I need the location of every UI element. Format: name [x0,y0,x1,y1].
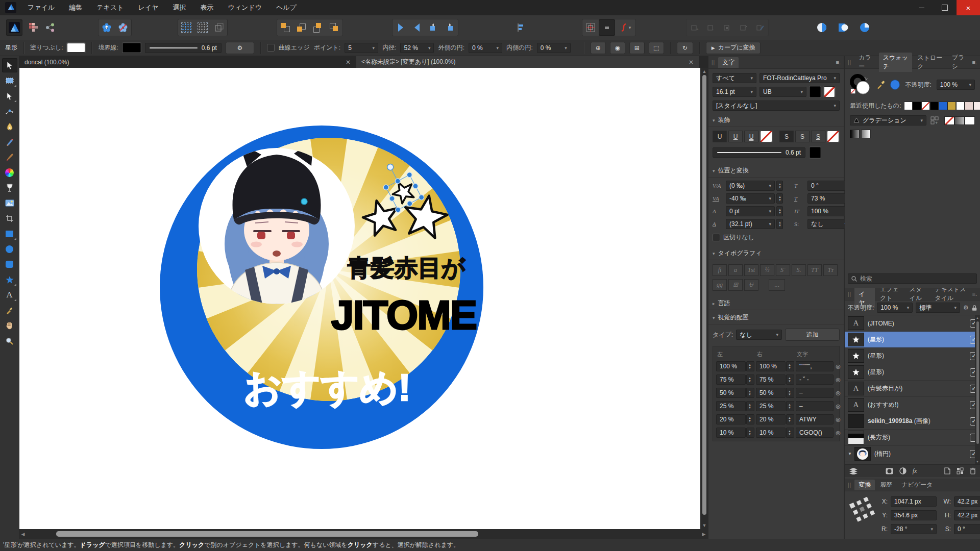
chars-field[interactable]: ATWY [796,414,834,424]
tool-artboard[interactable] [2,73,17,88]
right-percent-field[interactable]: 25 % [756,401,786,411]
scroll-up-icon[interactable]: ▲ [976,316,979,319]
minimize-button[interactable] [910,0,933,15]
curve-edge-checkbox[interactable] [267,44,275,52]
blend-mode-dropdown[interactable]: 標準▾ [916,303,960,313]
new-layer-icon[interactable] [944,467,950,474]
panel-grip-icon[interactable]: || [848,291,851,297]
close-tab-icon[interactable]: ✕ [346,59,351,66]
stepper-icon[interactable] [776,181,783,191]
horizontal-scale-field[interactable]: 100 % [807,206,850,216]
pixel-preview-button[interactable] [835,19,851,36]
rotate-ccw-button[interactable] [425,19,442,36]
section-typography[interactable]: ▾タイポグラフィ [708,246,844,260]
move-backward-button[interactable] [310,19,326,36]
expand-icon[interactable]: ▼ [848,452,852,456]
cycle-selection-button[interactable]: ↻ [677,42,693,54]
typo-fractions-button[interactable]: ½ [760,264,774,276]
left-percent-field[interactable]: 100 % [716,361,746,371]
panel-menu-icon[interactable]: ≡. [972,59,977,65]
tool-node[interactable] [2,89,17,103]
stepper-icon[interactable] [786,374,794,385]
chars-field[interactable]: – [796,401,834,411]
outer-circle-dropdown[interactable]: 0 %▾ [469,43,502,53]
underline-none-button[interactable]: U [713,131,727,142]
stepper-icon[interactable] [746,374,754,385]
vertical-scale-field[interactable]: 73 % [807,193,850,204]
tool-crop[interactable] [2,211,17,226]
w-field[interactable]: 42.2 px [954,496,980,507]
layer-row-ellipse[interactable]: ▼ (楕円) [845,446,980,462]
stepper-icon[interactable] [776,206,783,216]
typo-ligatures-button[interactable]: fi [713,264,727,276]
swatch[interactable] [965,102,973,110]
swatch[interactable] [930,102,939,110]
left-percent-field[interactable]: 25 % [716,401,746,411]
artwork-heading-text[interactable]: 青髪赤目が [347,255,465,281]
pattern-icon[interactable] [957,467,964,474]
tab-history[interactable]: 履歴 [876,480,896,490]
panel-grip-icon[interactable]: || [712,60,715,65]
stepper-icon[interactable] [746,388,754,398]
panel-grip-icon[interactable]: || [848,60,851,65]
menu-view[interactable]: 表示 [193,0,220,15]
tool-transparency[interactable] [2,181,17,195]
x-field[interactable]: 1047.1 px [891,496,937,507]
opacity-dropdown[interactable]: 100 %▾ [937,80,975,90]
pixel-align-button[interactable] [599,19,615,36]
decoration-stroke-swatch[interactable] [810,147,821,158]
horizontal-scrollbar[interactable]: ◀ ▶ [19,529,708,539]
points-dropdown[interactable]: 5▾ [345,43,378,53]
no-break-checkbox[interactable] [713,234,720,241]
rotate-cw-button[interactable] [442,19,458,36]
baseline-dropdown[interactable]: 0 pt▾ [726,206,775,216]
panel-menu-icon[interactable]: ≡. [836,59,841,65]
tool-rounded-rectangle[interactable] [2,257,17,271]
flip-horizontal2-button[interactable] [409,19,425,36]
stepper-icon[interactable] [746,401,754,411]
artwork[interactable]: 青髪赤目が JITOME おすすめ! [19,68,700,529]
show-handles-button[interactable]: ⊞ [629,42,645,54]
layer-row-heading-text[interactable]: A (青髪赤目が) [845,381,980,397]
tool-star[interactable] [2,272,17,287]
font-size-dropdown[interactable]: 16.1 pt▾ [713,87,756,97]
swatch-search-field[interactable]: 検索 [848,273,977,284]
chars-field[interactable]: """"", [796,361,834,371]
vertical-scrollbar[interactable]: ▲ ▼ [700,68,708,529]
strikethrough-single-button[interactable]: S [795,131,810,142]
tool-move[interactable] [2,58,17,72]
tool-zoom[interactable] [2,334,17,348]
right-percent-field[interactable]: 10 % [756,428,786,438]
layers-stack-icon[interactable] [849,467,858,474]
adjustment-icon[interactable] [899,467,906,474]
stepper-icon[interactable] [746,361,754,371]
move-to-back-button[interactable] [326,19,342,36]
trash-icon[interactable] [970,467,976,474]
section-decorations[interactable]: ▾装飾 [708,113,844,127]
left-percent-field[interactable]: 75 % [716,374,746,385]
delete-row-icon[interactable]: ⊗ [834,376,843,384]
layer-row-star[interactable]: (星形) [845,364,980,381]
swatch[interactable] [947,102,956,110]
tracking-dropdown[interactable]: -40 ‰▾ [726,193,775,204]
section-language[interactable]: ▸言語 [708,296,844,310]
delete-row-icon[interactable]: ⊗ [834,429,843,437]
typo-alternates-button[interactable]: a [728,264,743,276]
current-color-swatch[interactable] [890,80,900,90]
move-to-front-button[interactable] [277,19,293,36]
tool-text[interactable]: A [2,288,17,302]
typo-uppercase-button[interactable]: TT [807,264,822,276]
border-swatch[interactable] [122,43,141,53]
underline-color-swatch[interactable] [760,131,772,142]
y-field[interactable]: 354.6 px [891,510,937,520]
tab-text-styles[interactable]: テキストスタイル [930,288,971,304]
section-position-transform[interactable]: ▾位置と変換 [708,163,844,178]
scroll-left-icon[interactable]: ◀ [19,532,27,537]
delete-row-icon[interactable]: ⊗ [834,403,843,410]
hide-selection-button[interactable]: ◉ [610,42,625,54]
mask-icon[interactable] [886,468,893,474]
layer-row-star-selected[interactable]: (星形) [845,332,980,348]
left-percent-field[interactable]: 20 % [716,414,746,424]
layers-scrollbar[interactable]: ▲ ▼ [975,315,980,464]
rotation-dropdown[interactable]: -28 °▾ [891,524,937,534]
